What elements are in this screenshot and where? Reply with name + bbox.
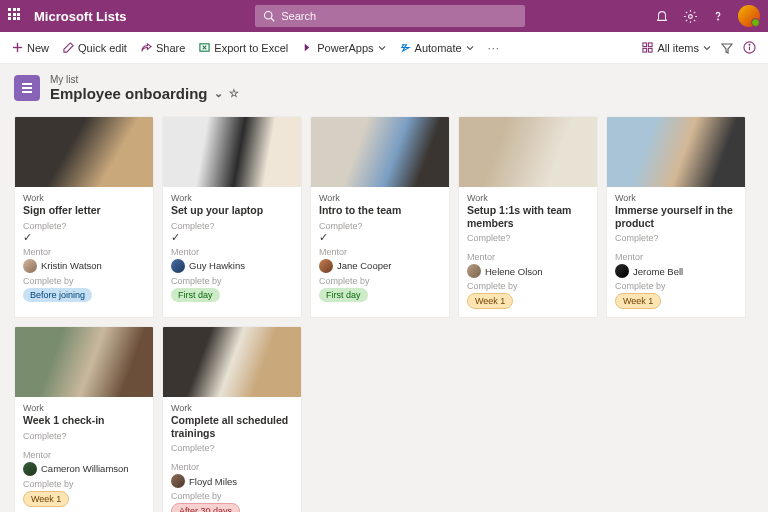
app-launcher-icon[interactable] (8, 8, 24, 24)
share-icon (141, 42, 152, 53)
card-title: Immerse yourself in the product (615, 204, 737, 229)
mentor-label: Mentor (171, 247, 293, 257)
complete-by-label: Complete by (23, 479, 145, 489)
complete-by-tag: Week 1 (615, 293, 661, 309)
card-title: Setup 1:1s with team members (467, 204, 589, 229)
complete-by-tag: Week 1 (467, 293, 513, 309)
checkmark-icon: ✓ (319, 231, 441, 244)
card-category: Work (467, 193, 589, 203)
mentor-avatar (467, 264, 481, 278)
card[interactable]: WorkSign offer letterComplete?✓MentorKri… (14, 116, 154, 318)
card-title: Sign offer letter (23, 204, 145, 217)
help-icon[interactable] (710, 8, 726, 24)
settings-gear-icon[interactable] (682, 8, 698, 24)
mentor-field: Kristin Watson (23, 259, 145, 273)
complete-by-tag: First day (319, 288, 368, 302)
complete-by-label: Complete by (319, 276, 441, 286)
new-button[interactable]: New (12, 42, 49, 54)
card-category: Work (23, 403, 145, 413)
mentor-label: Mentor (23, 450, 145, 460)
app-header: Microsoft Lists Search (0, 0, 768, 32)
card-image (15, 117, 153, 187)
svg-rect-14 (22, 83, 32, 85)
mentor-field: Cameron Williamson (23, 462, 145, 476)
checkmark-icon: ✓ (171, 231, 293, 244)
card-category: Work (615, 193, 737, 203)
chevron-down-icon (466, 44, 474, 52)
mentor-field: Floyd Miles (171, 474, 293, 488)
card-title: Set up your laptop (171, 204, 293, 217)
search-input[interactable]: Search (255, 5, 525, 27)
complete-by-label: Complete by (467, 281, 589, 291)
svg-rect-16 (22, 91, 32, 93)
all-items-view-button[interactable]: All items (642, 42, 711, 54)
card-title: Week 1 check-in (23, 414, 145, 427)
card[interactable]: WorkComplete all scheduled trainingsComp… (162, 326, 302, 512)
card-category: Work (23, 193, 145, 203)
list-title: Employee onboarding ⌄ ☆ (50, 85, 239, 102)
plus-icon (12, 42, 23, 53)
mentor-avatar (23, 259, 37, 273)
mentor-name: Jerome Bell (633, 266, 683, 277)
svg-rect-8 (649, 43, 653, 47)
mentor-name: Helene Olson (485, 266, 543, 277)
card[interactable]: WorkSet up your laptopComplete?✓MentorGu… (162, 116, 302, 318)
breadcrumb[interactable]: My list (50, 74, 239, 85)
complete-label: Complete? (467, 233, 589, 243)
complete-by-label: Complete by (615, 281, 737, 291)
card[interactable]: WorkIntro to the teamComplete?✓MentorJan… (310, 116, 450, 318)
mentor-name: Guy Hawkins (189, 260, 245, 271)
share-button[interactable]: Share (141, 42, 185, 54)
complete-by-label: Complete by (171, 276, 293, 286)
card-image (163, 327, 301, 397)
complete-by-label: Complete by (23, 276, 145, 286)
filter-icon[interactable] (721, 42, 733, 54)
notifications-icon[interactable] (654, 8, 670, 24)
card-category: Work (319, 193, 441, 203)
card-image (15, 327, 153, 397)
svg-rect-15 (22, 87, 32, 89)
complete-by-tag: Week 1 (23, 491, 69, 507)
complete-by-tag: After 30 days (171, 503, 240, 512)
info-icon[interactable] (743, 41, 756, 54)
more-button[interactable]: ··· (488, 42, 500, 54)
complete-label: Complete? (319, 221, 441, 231)
svg-point-0 (265, 12, 273, 20)
mentor-avatar (615, 264, 629, 278)
card[interactable]: WorkSetup 1:1s with team membersComplete… (458, 116, 598, 318)
checkmark-icon: ✓ (23, 231, 145, 244)
mentor-avatar (171, 474, 185, 488)
complete-label: Complete? (23, 431, 145, 441)
complete-by-label: Complete by (171, 491, 293, 501)
powerapps-icon (302, 42, 313, 53)
complete-label: Complete? (23, 221, 145, 231)
chevron-down-icon (378, 44, 386, 52)
complete-by-tag: First day (171, 288, 220, 302)
mentor-field: Jerome Bell (615, 264, 737, 278)
card-image (311, 117, 449, 187)
mentor-label: Mentor (467, 252, 589, 262)
card-title: Intro to the team (319, 204, 441, 217)
gallery-view: WorkSign offer letterComplete?✓MentorKri… (0, 108, 768, 512)
quick-edit-button[interactable]: Quick edit (63, 42, 127, 54)
card[interactable]: WorkWeek 1 check-inComplete?MentorCamero… (14, 326, 154, 512)
svg-rect-7 (643, 43, 647, 47)
list-header: My list Employee onboarding ⌄ ☆ (0, 64, 768, 108)
card-image (459, 117, 597, 187)
svg-point-3 (718, 19, 719, 20)
flow-icon (400, 42, 411, 53)
favorite-star-icon[interactable]: ☆ (229, 87, 239, 100)
complete-label: Complete? (171, 443, 293, 453)
mentor-avatar (319, 259, 333, 273)
user-avatar[interactable] (738, 5, 760, 27)
chevron-down-icon[interactable]: ⌄ (214, 87, 223, 100)
complete-by-tag: Before joining (23, 288, 92, 302)
automate-button[interactable]: Automate (400, 42, 474, 54)
export-excel-button[interactable]: Export to Excel (199, 42, 288, 54)
card[interactable]: WorkImmerse yourself in the productCompl… (606, 116, 746, 318)
app-name: Microsoft Lists (34, 9, 126, 24)
list-icon (14, 75, 40, 101)
mentor-field: Jane Cooper (319, 259, 441, 273)
card-image (163, 117, 301, 187)
powerapps-button[interactable]: PowerApps (302, 42, 385, 54)
